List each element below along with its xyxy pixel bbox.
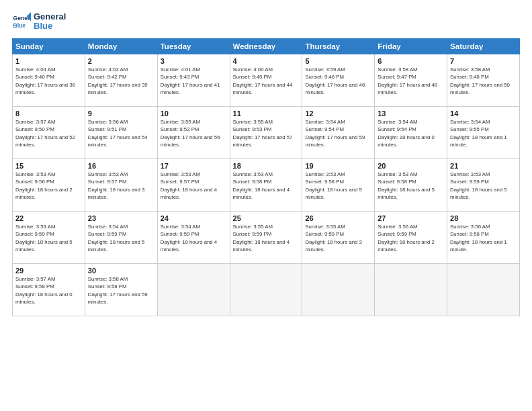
day-number: 24 bbox=[161, 214, 227, 222]
day-info: Sunrise: 3:54 AMSunset: 9:59 PMDaylight:… bbox=[161, 224, 218, 253]
logo-icon: General Blue bbox=[12, 12, 31, 31]
weekday-header: Sunday bbox=[13, 38, 85, 54]
header: General Blue General Blue bbox=[12, 12, 520, 32]
day-info: Sunrise: 3:53 AMSunset: 9:56 PMDaylight:… bbox=[15, 171, 73, 201]
day-info: Sunrise: 3:53 AMSunset: 9:59 PMDaylight:… bbox=[450, 171, 507, 201]
day-info: Sunrise: 4:00 AMSunset: 9:45 PMDaylight:… bbox=[233, 66, 293, 96]
calendar-cell: 3 Sunrise: 4:01 AMSunset: 9:43 PMDayligh… bbox=[157, 54, 230, 106]
calendar-cell: 5 Sunrise: 3:59 AMSunset: 9:46 PMDayligh… bbox=[302, 54, 375, 106]
day-number: 11 bbox=[233, 109, 300, 118]
calendar-cell: 1 Sunrise: 4:04 AMSunset: 9:40 PMDayligh… bbox=[13, 54, 85, 106]
calendar-cell: 25 Sunrise: 3:55 AMSunset: 9:59 PMDaylig… bbox=[230, 211, 302, 263]
calendar-table: SundayMondayTuesdayWednesdayThursdayFrid… bbox=[12, 38, 520, 316]
day-info: Sunrise: 3:53 AMSunset: 9:58 PMDaylight:… bbox=[233, 171, 290, 201]
day-number: 30 bbox=[88, 267, 154, 275]
day-number: 6 bbox=[378, 57, 444, 65]
weekday-header: Wednesday bbox=[230, 38, 302, 54]
day-info: Sunrise: 3:54 AMSunset: 9:59 PMDaylight:… bbox=[88, 224, 145, 253]
calendar-cell: 15 Sunrise: 3:53 AMSunset: 9:56 PMDaylig… bbox=[13, 158, 85, 211]
day-info: Sunrise: 3:55 AMSunset: 9:53 PMDaylight:… bbox=[233, 119, 293, 148]
calendar-cell bbox=[302, 263, 375, 316]
weekday-header: Tuesday bbox=[157, 38, 230, 54]
calendar-cell: 7 Sunrise: 3:58 AMSunset: 9:48 PMDayligh… bbox=[447, 54, 520, 106]
calendar-cell: 26 Sunrise: 3:55 AMSunset: 9:59 PMDaylig… bbox=[302, 211, 375, 263]
calendar-cell: 6 Sunrise: 3:58 AMSunset: 9:47 PMDayligh… bbox=[375, 54, 447, 106]
day-info: Sunrise: 3:56 AMSunset: 9:58 PMDaylight:… bbox=[450, 224, 507, 253]
day-info: Sunrise: 3:53 AMSunset: 9:59 PMDaylight:… bbox=[15, 224, 73, 253]
calendar-cell: 29 Sunrise: 3:57 AMSunset: 9:58 PMDaylig… bbox=[13, 263, 85, 316]
day-number: 29 bbox=[15, 267, 82, 275]
day-info: Sunrise: 3:57 AMSunset: 9:50 PMDaylight:… bbox=[15, 119, 75, 148]
logo: General Blue General Blue bbox=[12, 12, 66, 32]
day-number: 7 bbox=[450, 57, 517, 65]
calendar-cell: 30 Sunrise: 3:58 AMSunset: 9:58 PMDaylig… bbox=[85, 263, 157, 316]
day-number: 9 bbox=[88, 109, 154, 118]
calendar-cell: 20 Sunrise: 3:53 AMSunset: 9:58 PMDaylig… bbox=[375, 158, 447, 211]
day-number: 17 bbox=[161, 162, 227, 170]
day-number: 5 bbox=[305, 57, 371, 65]
day-info: Sunrise: 3:55 AMSunset: 9:59 PMDaylight:… bbox=[233, 224, 290, 253]
day-info: Sunrise: 3:55 AMSunset: 9:52 PMDaylight:… bbox=[161, 119, 220, 148]
day-info: Sunrise: 3:55 AMSunset: 9:59 PMDaylight:… bbox=[305, 224, 362, 253]
day-number: 12 bbox=[305, 109, 371, 118]
weekday-header: Saturday bbox=[447, 38, 520, 54]
day-number: 13 bbox=[378, 109, 444, 118]
day-info: Sunrise: 3:59 AMSunset: 9:46 PMDaylight:… bbox=[305, 66, 365, 96]
day-number: 22 bbox=[15, 214, 82, 222]
calendar-cell: 27 Sunrise: 3:56 AMSunset: 9:59 PMDaylig… bbox=[375, 211, 447, 263]
day-info: Sunrise: 3:54 AMSunset: 9:54 PMDaylight:… bbox=[378, 119, 435, 148]
calendar-cell: 10 Sunrise: 3:55 AMSunset: 9:52 PMDaylig… bbox=[157, 106, 230, 158]
calendar-cell: 2 Sunrise: 4:02 AMSunset: 9:42 PMDayligh… bbox=[85, 54, 157, 106]
logo-general: General bbox=[34, 12, 66, 21]
day-info: Sunrise: 3:58 AMSunset: 9:48 PMDaylight:… bbox=[450, 66, 510, 96]
calendar-cell: 4 Sunrise: 4:00 AMSunset: 9:45 PMDayligh… bbox=[230, 54, 302, 106]
weekday-header: Thursday bbox=[302, 38, 375, 54]
day-info: Sunrise: 3:57 AMSunset: 9:58 PMDaylight:… bbox=[15, 276, 73, 306]
day-info: Sunrise: 3:58 AMSunset: 9:58 PMDaylight:… bbox=[88, 276, 148, 306]
calendar-cell: 17 Sunrise: 3:53 AMSunset: 9:57 PMDaylig… bbox=[157, 158, 230, 211]
calendar-cell: 16 Sunrise: 3:53 AMSunset: 9:57 PMDaylig… bbox=[85, 158, 157, 211]
day-info: Sunrise: 3:58 AMSunset: 9:47 PMDaylight:… bbox=[378, 66, 437, 96]
day-number: 20 bbox=[378, 162, 444, 170]
calendar-page: General Blue General Blue SundayMondayTu… bbox=[0, 0, 532, 411]
day-number: 8 bbox=[15, 109, 82, 118]
day-number: 16 bbox=[88, 162, 154, 170]
calendar-cell: 23 Sunrise: 3:54 AMSunset: 9:59 PMDaylig… bbox=[85, 211, 157, 263]
weekday-header: Monday bbox=[85, 38, 157, 54]
day-number: 2 bbox=[88, 57, 154, 65]
calendar-cell: 8 Sunrise: 3:57 AMSunset: 9:50 PMDayligh… bbox=[13, 106, 85, 158]
day-number: 19 bbox=[305, 162, 371, 170]
calendar-cell: 19 Sunrise: 3:53 AMSunset: 9:58 PMDaylig… bbox=[302, 158, 375, 211]
day-number: 1 bbox=[15, 57, 82, 65]
day-number: 27 bbox=[378, 214, 444, 222]
day-number: 25 bbox=[233, 214, 300, 222]
calendar-cell bbox=[375, 263, 447, 316]
calendar-cell: 28 Sunrise: 3:56 AMSunset: 9:58 PMDaylig… bbox=[447, 211, 520, 263]
day-info: Sunrise: 4:02 AMSunset: 9:42 PMDaylight:… bbox=[88, 66, 148, 96]
day-number: 21 bbox=[450, 162, 517, 170]
day-info: Sunrise: 3:56 AMSunset: 9:51 PMDaylight:… bbox=[88, 119, 148, 148]
day-number: 14 bbox=[450, 109, 517, 118]
calendar-cell bbox=[447, 263, 520, 316]
day-info: Sunrise: 4:01 AMSunset: 9:43 PMDaylight:… bbox=[161, 66, 220, 96]
calendar-cell bbox=[230, 263, 302, 316]
calendar-cell: 24 Sunrise: 3:54 AMSunset: 9:59 PMDaylig… bbox=[157, 211, 230, 263]
day-info: Sunrise: 3:53 AMSunset: 9:57 PMDaylight:… bbox=[88, 171, 145, 201]
calendar-cell: 13 Sunrise: 3:54 AMSunset: 9:54 PMDaylig… bbox=[375, 106, 447, 158]
day-info: Sunrise: 3:56 AMSunset: 9:59 PMDaylight:… bbox=[378, 224, 435, 253]
calendar-cell: 14 Sunrise: 3:54 AMSunset: 9:55 PMDaylig… bbox=[447, 106, 520, 158]
day-number: 3 bbox=[161, 57, 227, 65]
weekday-header: Friday bbox=[375, 38, 447, 54]
day-number: 18 bbox=[233, 162, 300, 170]
day-info: Sunrise: 3:54 AMSunset: 9:55 PMDaylight:… bbox=[450, 119, 507, 148]
calendar-cell bbox=[157, 263, 230, 316]
day-info: Sunrise: 3:53 AMSunset: 9:57 PMDaylight:… bbox=[161, 171, 218, 201]
day-info: Sunrise: 3:54 AMSunset: 9:54 PMDaylight:… bbox=[305, 119, 365, 148]
day-number: 23 bbox=[88, 214, 154, 222]
day-info: Sunrise: 4:04 AMSunset: 9:40 PMDaylight:… bbox=[15, 66, 75, 96]
day-info: Sunrise: 3:53 AMSunset: 9:58 PMDaylight:… bbox=[378, 171, 435, 201]
day-number: 28 bbox=[450, 214, 517, 222]
day-number: 15 bbox=[15, 162, 82, 170]
calendar-cell: 22 Sunrise: 3:53 AMSunset: 9:59 PMDaylig… bbox=[13, 211, 85, 263]
svg-text:Blue: Blue bbox=[13, 22, 26, 29]
